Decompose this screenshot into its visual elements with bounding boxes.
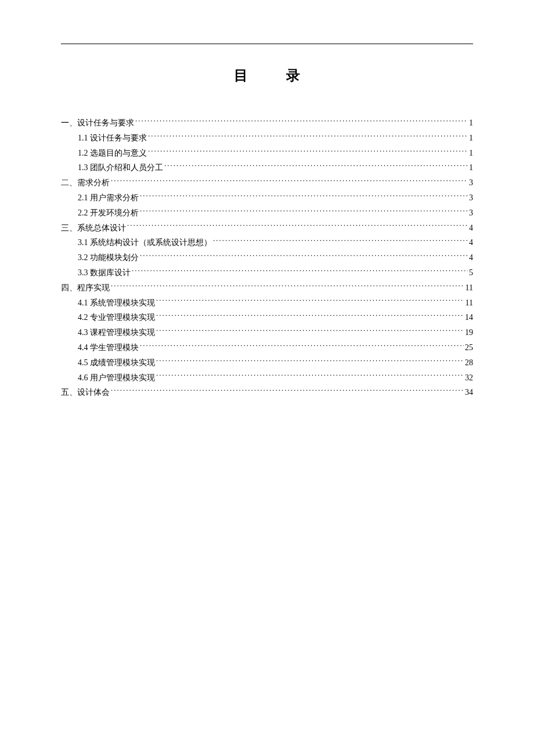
document-page: 目 录 一、设计任务与要求11.1 设计任务与要求11.2 选题目的与意义11.… bbox=[0, 0, 534, 399]
toc-leader-dots bbox=[127, 222, 468, 231]
toc-entry[interactable]: 4.3 课程管理模块实现19 bbox=[61, 326, 473, 340]
toc-leader-dots bbox=[148, 132, 468, 141]
toc-entry-page: 3 bbox=[469, 206, 473, 220]
toc-entry-page: 11 bbox=[466, 296, 473, 310]
toc-entry-label: 1.1 设计任务与要求 bbox=[78, 131, 147, 145]
toc-leader-dots bbox=[132, 267, 468, 275]
toc-entry[interactable]: 4.6 用户管理模块实现32 bbox=[61, 371, 473, 385]
toc-entry[interactable]: 1.2 选题目的与意义1 bbox=[61, 146, 473, 160]
toc-entry-label: 3.1 系统结构设计（或系统设计思想） bbox=[78, 236, 212, 250]
toc-leader-dots bbox=[140, 252, 468, 260]
toc-entry-page: 1 bbox=[469, 131, 473, 145]
toc-entry-page: 28 bbox=[465, 356, 473, 370]
table-of-contents: 一、设计任务与要求11.1 设计任务与要求11.2 选题目的与意义11.3 团队… bbox=[61, 116, 473, 399]
toc-entry[interactable]: 四、程序实现11 bbox=[61, 281, 473, 295]
toc-leader-dots bbox=[140, 192, 468, 200]
toc-entry-label: 四、程序实现 bbox=[61, 281, 110, 295]
toc-entry-page: 5 bbox=[469, 266, 473, 280]
header-rule bbox=[61, 44, 473, 44]
toc-leader-dots bbox=[148, 147, 468, 156]
toc-entry-page: 25 bbox=[465, 341, 473, 355]
toc-leader-dots bbox=[156, 312, 464, 320]
toc-entry-page: 4 bbox=[469, 236, 473, 250]
toc-entry-label: 1.2 选题目的与意义 bbox=[78, 146, 147, 160]
toc-leader-dots bbox=[164, 162, 468, 170]
toc-entry-page: 1 bbox=[469, 116, 473, 130]
toc-entry-label: 2.1 用户需求分析 bbox=[78, 191, 139, 205]
toc-entry-page: 4 bbox=[469, 221, 473, 235]
toc-leader-dots bbox=[111, 387, 464, 395]
toc-entry-label: 4.6 用户管理模块实现 bbox=[78, 371, 155, 385]
toc-entry-page: 14 bbox=[465, 311, 473, 325]
toc-entry-page: 1 bbox=[469, 161, 473, 175]
toc-entry-label: 4.4 学生管理模块 bbox=[78, 341, 139, 355]
toc-leader-dots bbox=[213, 237, 468, 245]
toc-entry-page: 34 bbox=[465, 386, 473, 399]
toc-entry-label: 2.2 开发环境分析 bbox=[78, 206, 139, 220]
toc-entry-label: 二、需求分析 bbox=[61, 176, 110, 190]
toc-entry-page: 1 bbox=[469, 146, 473, 160]
toc-entry-page: 11 bbox=[466, 281, 473, 295]
toc-leader-dots bbox=[156, 372, 464, 380]
toc-entry[interactable]: 二、需求分析3 bbox=[61, 176, 473, 190]
toc-entry[interactable]: 4.1 系统管理模块实现11 bbox=[61, 296, 473, 310]
toc-leader-dots bbox=[156, 297, 464, 305]
toc-entry[interactable]: 3.2 功能模块划分4 bbox=[61, 251, 473, 265]
toc-leader-dots bbox=[111, 282, 464, 290]
toc-entry[interactable]: 2.2 开发环境分析3 bbox=[61, 206, 473, 220]
toc-entry[interactable]: 4.2 专业管理模块实现14 bbox=[61, 311, 473, 325]
toc-entry[interactable]: 三、系统总体设计4 bbox=[61, 221, 473, 235]
toc-entry-label: 五、设计体会 bbox=[61, 386, 110, 399]
toc-leader-dots bbox=[135, 117, 468, 125]
toc-entry[interactable]: 一、设计任务与要求1 bbox=[61, 116, 473, 130]
toc-entry-label: 三、系统总体设计 bbox=[61, 221, 126, 235]
toc-entry[interactable]: 五、设计体会34 bbox=[61, 386, 473, 399]
toc-leader-dots bbox=[156, 357, 464, 365]
toc-entry[interactable]: 3.3 数据库设计5 bbox=[61, 266, 473, 280]
toc-entry-label: 3.2 功能模块划分 bbox=[78, 251, 139, 265]
toc-title: 目 录 bbox=[61, 66, 473, 85]
toc-entry-page: 3 bbox=[469, 191, 473, 205]
toc-entry-page: 32 bbox=[465, 371, 473, 385]
toc-entry[interactable]: 1.3 团队介绍和人员分工1 bbox=[61, 161, 473, 175]
toc-leader-dots bbox=[156, 327, 464, 335]
toc-entry-label: 4.3 课程管理模块实现 bbox=[78, 326, 155, 340]
toc-entry-label: 4.1 系统管理模块实现 bbox=[78, 296, 155, 310]
toc-entry[interactable]: 4.5 成绩管理模块实现28 bbox=[61, 356, 473, 370]
toc-entry-label: 一、设计任务与要求 bbox=[61, 116, 134, 130]
toc-entry-page: 19 bbox=[465, 326, 473, 340]
toc-entry[interactable]: 2.1 用户需求分析3 bbox=[61, 191, 473, 205]
toc-leader-dots bbox=[111, 177, 468, 185]
toc-entry-page: 3 bbox=[469, 176, 473, 190]
toc-entry-label: 4.2 专业管理模块实现 bbox=[78, 311, 155, 325]
toc-leader-dots bbox=[140, 207, 468, 215]
toc-entry-label: 4.5 成绩管理模块实现 bbox=[78, 356, 155, 370]
toc-entry-page: 4 bbox=[469, 251, 473, 265]
toc-entry[interactable]: 1.1 设计任务与要求1 bbox=[61, 131, 473, 145]
toc-entry[interactable]: 3.1 系统结构设计（或系统设计思想）4 bbox=[61, 236, 473, 250]
toc-entry-label: 3.3 数据库设计 bbox=[78, 266, 131, 280]
toc-leader-dots bbox=[140, 342, 464, 350]
toc-entry-label: 1.3 团队介绍和人员分工 bbox=[78, 161, 163, 175]
toc-entry[interactable]: 4.4 学生管理模块25 bbox=[61, 341, 473, 355]
